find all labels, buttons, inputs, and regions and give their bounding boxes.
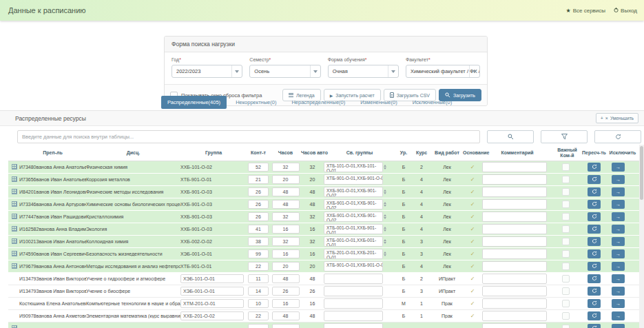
comment-textarea[interactable] (482, 249, 547, 259)
spinner-arrows-icon[interactable] (384, 214, 386, 219)
comment-textarea[interactable] (482, 286, 547, 296)
linked-groups-textarea[interactable] (324, 261, 383, 271)
linked-groups-textarea[interactable] (324, 199, 383, 209)
recalc-button[interactable] (588, 299, 601, 308)
hours-input[interactable] (272, 225, 300, 234)
recalc-button[interactable] (588, 311, 601, 320)
drag-handle-icon[interactable] (12, 238, 17, 244)
exclude-button[interactable]: → (612, 249, 625, 258)
tab-excluded[interactable]: Исключенные(0) (406, 96, 458, 109)
recalc-button[interactable] (588, 237, 601, 246)
exclude-button[interactable]: → (612, 324, 625, 328)
logout-link[interactable]: Выход (614, 8, 637, 14)
contingent-input[interactable] (248, 324, 269, 328)
scrollbar-thumb[interactable] (640, 146, 643, 200)
all-services-link[interactable]: ★ Все сервисы (566, 8, 606, 14)
contingent-input[interactable] (248, 274, 269, 283)
contingent-input[interactable] (248, 299, 269, 308)
hours-input[interactable] (272, 274, 300, 283)
linked-groups-textarea[interactable] (324, 323, 383, 328)
comment-textarea[interactable] (482, 274, 547, 284)
hours-input[interactable] (272, 212, 300, 221)
drag-handle-icon[interactable] (12, 176, 17, 182)
important-comment-checkbox[interactable] (562, 176, 570, 183)
contingent-input[interactable] (248, 175, 269, 184)
important-comment-checkbox[interactable] (562, 213, 570, 221)
contingent-input[interactable] (248, 225, 269, 234)
exclude-button[interactable]: → (612, 262, 625, 271)
table-filter-button[interactable] (541, 130, 588, 143)
contingent-input[interactable] (248, 187, 269, 196)
hours-input[interactable] (272, 299, 300, 308)
exclude-button[interactable]: → (612, 237, 625, 246)
important-comment-checkbox[interactable] (562, 325, 570, 328)
hours-input[interactable] (272, 163, 300, 172)
contingent-input[interactable] (248, 237, 269, 246)
drag-handle-icon[interactable] (12, 263, 17, 269)
comment-textarea[interactable] (482, 298, 547, 309)
drag-handle-icon[interactable] (12, 251, 17, 256)
comment-textarea[interactable] (482, 261, 547, 271)
linked-groups-textarea[interactable] (324, 162, 383, 172)
recalc-button[interactable] (588, 163, 601, 172)
recalc-button[interactable] (588, 262, 601, 271)
comment-textarea[interactable] (482, 323, 547, 328)
contingent-input[interactable] (248, 163, 269, 172)
linked-groups-textarea[interactable] (324, 311, 383, 321)
important-comment-checkbox[interactable] (562, 275, 570, 283)
faculty-select[interactable]: Химический факультет / ФХ / – (406, 65, 480, 78)
linked-groups-textarea[interactable] (324, 249, 383, 259)
comment-textarea[interactable] (482, 236, 547, 247)
education-form-select[interactable]: Очная (328, 65, 399, 78)
group-input[interactable] (180, 311, 244, 320)
linked-groups-textarea[interactable] (324, 212, 383, 222)
linked-groups-textarea[interactable] (324, 187, 383, 197)
contingent-input[interactable] (248, 212, 269, 221)
hours-input[interactable] (272, 311, 300, 320)
linked-groups-textarea[interactable] (324, 286, 383, 296)
drag-handle-icon[interactable] (12, 189, 17, 194)
comment-textarea[interactable] (482, 311, 547, 321)
table-scrollbar[interactable] (639, 145, 644, 328)
recalc-button[interactable] (588, 274, 601, 283)
important-comment-checkbox[interactable] (562, 300, 570, 307)
exclude-button[interactable]: → (612, 200, 625, 209)
exclude-button[interactable]: → (612, 212, 625, 221)
contingent-input[interactable] (248, 262, 269, 271)
tab-distributed[interactable]: Распределенные(405) (161, 96, 227, 109)
hours-input[interactable] (272, 287, 300, 296)
recalc-button[interactable] (588, 287, 601, 296)
recalc-button[interactable] (588, 225, 601, 234)
table-search-input[interactable] (17, 130, 480, 143)
contingent-input[interactable] (248, 287, 269, 296)
spinner-arrows-icon[interactable] (384, 165, 386, 170)
important-comment-checkbox[interactable] (562, 312, 570, 320)
exclude-button[interactable]: → (612, 274, 625, 283)
recalc-button[interactable] (588, 324, 601, 328)
table-reset-button[interactable] (594, 130, 641, 143)
important-comment-checkbox[interactable] (562, 188, 570, 196)
exclude-button[interactable]: → (612, 175, 625, 184)
recalc-button[interactable] (588, 249, 601, 258)
collapse-button[interactable]: + × Уменьшить (596, 113, 638, 123)
exclude-button[interactable]: → (612, 225, 625, 234)
drag-handle-icon[interactable] (12, 325, 17, 328)
hours-input[interactable] (272, 200, 300, 209)
drag-handle-icon[interactable] (12, 226, 17, 232)
hours-input[interactable] (272, 262, 300, 271)
spinner-arrows-icon[interactable] (384, 252, 386, 256)
important-comment-checkbox[interactable] (562, 287, 570, 295)
comment-textarea[interactable] (482, 199, 547, 209)
spinner-arrows-icon[interactable] (384, 227, 386, 232)
semester-select[interactable]: Осень (249, 65, 320, 78)
exclude-button[interactable]: → (612, 311, 625, 320)
linked-groups-textarea[interactable] (324, 174, 383, 185)
spinner-arrows-icon[interactable] (384, 239, 386, 244)
hours-input[interactable] (272, 249, 300, 258)
important-comment-checkbox[interactable] (562, 163, 570, 171)
drag-handle-icon[interactable] (12, 214, 17, 219)
group-input[interactable] (180, 274, 244, 283)
comment-textarea[interactable] (482, 224, 547, 234)
tab-changed[interactable]: Измененные(0) (354, 96, 403, 109)
recalc-button[interactable] (588, 175, 601, 184)
